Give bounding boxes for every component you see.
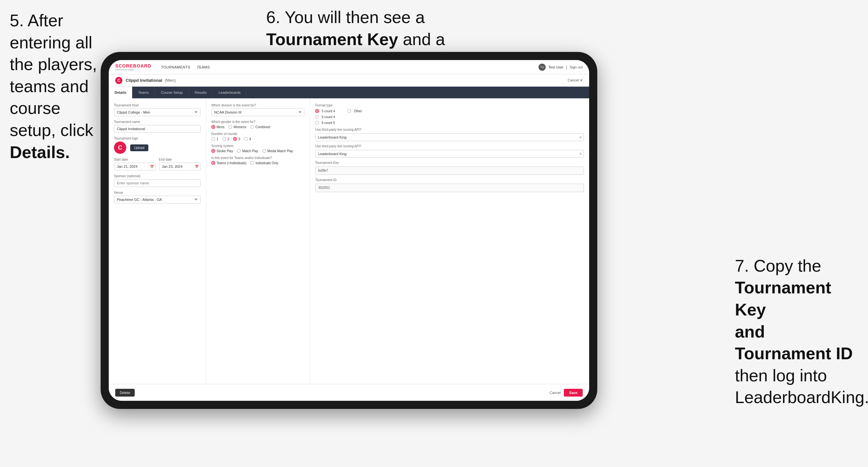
logo-main: SCOREBOARD	[115, 63, 151, 68]
end-date-field: End date 📅	[159, 158, 201, 170]
gender-womens-dot	[228, 125, 232, 129]
logo-upload-area: C Upload	[114, 142, 200, 154]
api2-label: Use third-party live scoring API?	[315, 145, 584, 148]
tab-course-setup[interactable]: Course Setup	[155, 87, 189, 98]
tablet-frame: SCOREBOARD Powered by clippd TOURNAMENTS…	[101, 52, 597, 409]
tournament-id-value: 302051	[315, 184, 584, 192]
cancel-header-button[interactable]: Cancel ✕	[568, 78, 583, 83]
right-column: Format type 5 count 4 Other 6 count 4	[310, 98, 589, 384]
calendar-icon-end: 📅	[195, 165, 199, 168]
start-date-wrap: 📅	[114, 163, 156, 170]
tab-details[interactable]: Details	[109, 87, 132, 98]
format-6count5-dot	[315, 121, 319, 125]
scoreboard-logo: SCOREBOARD Powered by clippd	[115, 63, 151, 71]
venue-label: Venue	[114, 191, 200, 194]
start-date-input[interactable]	[114, 163, 156, 170]
scoring-match[interactable]: Match Play	[237, 149, 258, 153]
teams-plus-dot	[211, 161, 215, 165]
api2-select[interactable]: Leaderboard King	[315, 150, 584, 158]
tab-leaderboards[interactable]: Leaderboards	[213, 87, 247, 98]
venue-select[interactable]: Peachtree GC - Atlanta - GA	[114, 196, 200, 204]
gender-label: Which gender is the event for?	[211, 120, 305, 124]
end-date-input[interactable]	[159, 163, 201, 170]
user-avatar: TU	[538, 64, 546, 71]
sign-out-link[interactable]: Sign out	[570, 65, 583, 69]
format-5count4-dot	[315, 109, 319, 113]
modal-footer: Delete Cancel Save	[109, 384, 589, 401]
app-header: SCOREBOARD Powered by clippd TOURNAMENTS…	[109, 60, 589, 74]
tournament-key-value: bd9b7	[315, 166, 584, 175]
individuals-only[interactable]: Individuals Only	[250, 161, 279, 165]
sponsor-label: Sponsor (optional)	[114, 174, 200, 178]
round-1[interactable]: 1	[211, 137, 218, 141]
tab-results[interactable]: Results	[189, 87, 213, 98]
calendar-icon-start: 📅	[150, 165, 154, 168]
format-6count5: 6 count 5	[315, 121, 584, 125]
individuals-only-dot	[250, 161, 254, 165]
api1-label: Use third-party live scoring API?	[315, 128, 584, 131]
tournament-key-label: Tournament Key	[315, 161, 584, 164]
end-date-label: End date	[159, 158, 201, 161]
teams-plus-individuals[interactable]: Teams (+Individuals)	[211, 161, 246, 165]
gender-womens[interactable]: Womens	[228, 125, 246, 129]
api2-clear-button[interactable]: ✕	[579, 152, 582, 156]
format-other-dot	[347, 109, 351, 113]
format-type-label: Format type	[315, 103, 584, 107]
host-label: Tournament Host	[114, 103, 200, 107]
tournament-icon: C	[115, 77, 122, 84]
gender-combined[interactable]: Combined	[250, 125, 270, 129]
scoring-medal[interactable]: Medal Match Play	[262, 149, 293, 153]
delete-button[interactable]: Delete	[115, 389, 135, 397]
tab-teams[interactable]: Teams	[132, 87, 155, 98]
username: Test User	[548, 65, 563, 69]
nav-tournaments[interactable]: TOURNAMENTS	[161, 65, 190, 69]
instruction-bottom-right: 7. Copy the Tournament Key and Tournamen…	[735, 255, 858, 409]
tabs-bar: Details Teams Course Setup Results Leade…	[109, 87, 589, 98]
tournament-name-input[interactable]	[114, 125, 200, 133]
round-2-dot	[222, 137, 226, 141]
rounds-label: Number of rounds	[211, 132, 305, 136]
scoring-stroke[interactable]: Stroke Play	[211, 149, 233, 153]
format-6count4-dot	[315, 115, 319, 119]
gender-mens-dot	[211, 125, 215, 129]
gender-radio-group: Mens Womens Combined	[211, 125, 305, 129]
sponsor-input[interactable]	[114, 179, 200, 187]
division-select[interactable]: NCAA Division III	[211, 108, 305, 116]
round-4[interactable]: 4	[244, 137, 251, 141]
header-right: TU Test User | Sign out	[538, 64, 583, 71]
scoring-match-dot	[237, 149, 241, 153]
round-1-dot	[211, 137, 215, 141]
rounds-radio-group: 1 2 3 4	[211, 137, 305, 141]
scoring-radio-group: Stroke Play Match Play Medal Match Play	[211, 149, 305, 153]
teams-label: Is this event for Teams and/or Individua…	[211, 156, 305, 160]
start-date-field: Start date 📅	[114, 158, 156, 170]
save-button[interactable]: Save	[564, 389, 583, 397]
nav-teams[interactable]: TEAMS	[197, 65, 210, 69]
tournament-key-field: Tournament Key bd9b7	[315, 161, 584, 175]
nav-links: TOURNAMENTS TEAMS	[161, 65, 210, 69]
end-date-wrap: 📅	[159, 163, 201, 170]
scoring-label: Scoring system	[211, 144, 305, 148]
scoring-stroke-dot	[211, 149, 215, 153]
gender-combined-dot	[250, 125, 254, 129]
api1-clear-button[interactable]: ✕	[579, 135, 582, 139]
api2-select-wrap: Leaderboard King ✕	[315, 150, 584, 158]
cancel-button[interactable]: Cancel	[550, 391, 561, 395]
logo-label: Tournament logo	[114, 136, 200, 140]
round-2[interactable]: 2	[222, 137, 229, 141]
tournament-header: C Clippd Invitational (Men) Cancel ✕	[109, 74, 589, 87]
round-3[interactable]: 3	[233, 137, 240, 141]
tournament-id-field: Tournament ID 302051	[315, 178, 584, 192]
start-date-label: Start date	[114, 158, 156, 161]
tournament-name-label: Tournament name	[114, 120, 200, 124]
main-content: Tournament Host Clippd College - Men Tou…	[109, 98, 589, 384]
upload-button[interactable]: Upload	[130, 145, 148, 151]
host-select[interactable]: Clippd College - Men	[114, 108, 200, 116]
teams-radio-group: Teams (+Individuals) Individuals Only	[211, 161, 305, 165]
api1-select[interactable]: Leaderboard King	[315, 133, 584, 141]
round-4-dot	[244, 137, 248, 141]
gender-mens[interactable]: Mens	[211, 125, 224, 129]
logo-circle: C	[114, 142, 126, 154]
scoring-medal-dot	[262, 149, 266, 153]
format-6count4: 6 count 4	[315, 115, 584, 119]
